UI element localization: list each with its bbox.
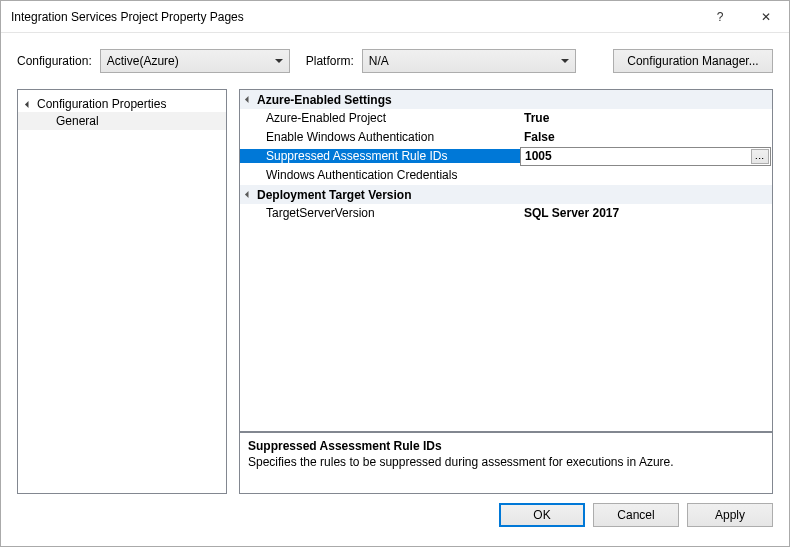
chevron-down-icon <box>245 191 252 198</box>
configuration-manager-button[interactable]: Configuration Manager... <box>613 49 773 73</box>
tree-root-configuration-properties[interactable]: Configuration Properties <box>18 96 226 112</box>
description-text: Specifies the rules to be suppressed dur… <box>248 455 764 469</box>
property-category[interactable]: Deployment Target Version <box>240 185 772 204</box>
ellipsis-button[interactable]: ... <box>751 149 769 164</box>
chevron-down-icon <box>25 100 32 107</box>
property-category-label: Azure-Enabled Settings <box>257 93 392 107</box>
titlebar: Integration Services Project Property Pa… <box>1 1 789 33</box>
main-area: Configuration Properties General Azure-E… <box>1 79 789 494</box>
platform-value: N/A <box>369 54 389 68</box>
configuration-label: Configuration: <box>17 54 92 68</box>
property-grid[interactable]: Azure-Enabled SettingsAzure-Enabled Proj… <box>239 89 773 432</box>
property-category-label: Deployment Target Version <box>257 188 411 202</box>
property-row[interactable]: Suppressed Assessment Rule IDs1005... <box>240 147 772 166</box>
dialog-footer: OK Cancel Apply <box>1 494 789 546</box>
property-name: Azure-Enabled Project <box>240 111 520 125</box>
property-name: Enable Windows Authentication <box>240 130 520 144</box>
platform-label: Platform: <box>306 54 354 68</box>
property-value[interactable]: True <box>520 111 772 125</box>
property-name: Suppressed Assessment Rule IDs <box>240 149 520 163</box>
config-row: Configuration: Active(Azure) Platform: N… <box>1 43 789 79</box>
ok-button[interactable]: OK <box>499 503 585 527</box>
configuration-combo[interactable]: Active(Azure) <box>100 49 290 73</box>
property-name: Windows Authentication Credentials <box>240 168 520 182</box>
cancel-button[interactable]: Cancel <box>593 503 679 527</box>
property-row[interactable]: Azure-Enabled ProjectTrue <box>240 109 772 128</box>
description-pane: Suppressed Assessment Rule IDs Specifies… <box>239 432 773 494</box>
platform-combo[interactable]: N/A <box>362 49 576 73</box>
chevron-down-icon <box>245 96 252 103</box>
chevron-down-icon <box>561 59 569 63</box>
tree-item-label: General <box>56 114 99 128</box>
apply-button[interactable]: Apply <box>687 503 773 527</box>
property-row[interactable]: TargetServerVersionSQL Server 2017 <box>240 204 772 223</box>
close-icon[interactable]: ✕ <box>743 1 789 33</box>
property-value[interactable]: False <box>520 130 772 144</box>
help-icon[interactable]: ? <box>697 1 743 33</box>
property-value[interactable]: 1005... <box>520 147 771 166</box>
property-name: TargetServerVersion <box>240 206 520 220</box>
property-row[interactable]: Enable Windows AuthenticationFalse <box>240 128 772 147</box>
dialog-title: Integration Services Project Property Pa… <box>11 10 697 24</box>
property-column: Azure-Enabled SettingsAzure-Enabled Proj… <box>239 89 773 494</box>
tree-item-general[interactable]: General <box>18 112 226 130</box>
property-row[interactable]: Windows Authentication Credentials <box>240 166 772 185</box>
nav-tree[interactable]: Configuration Properties General <box>17 89 227 494</box>
property-value[interactable]: SQL Server 2017 <box>520 206 772 220</box>
property-category[interactable]: Azure-Enabled Settings <box>240 90 772 109</box>
tree-root-label: Configuration Properties <box>37 97 166 111</box>
description-title: Suppressed Assessment Rule IDs <box>248 439 764 453</box>
chevron-down-icon <box>275 59 283 63</box>
configuration-value: Active(Azure) <box>107 54 179 68</box>
